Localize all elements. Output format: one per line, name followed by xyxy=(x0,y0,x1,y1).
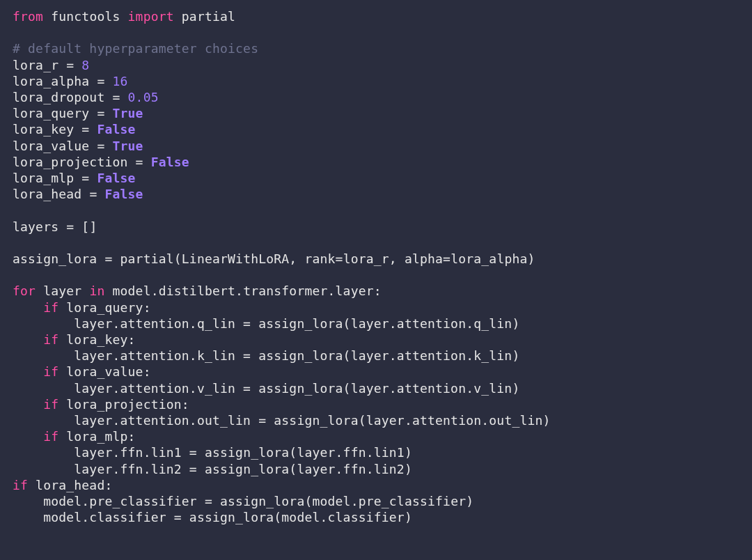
code-token: # default hyperparameter choices xyxy=(13,41,258,56)
code-token: lora_dropout xyxy=(13,90,112,104)
code-token: = xyxy=(174,510,182,524)
code-token: assign_lora(model.classifier) xyxy=(182,510,412,524)
code-token: from xyxy=(13,9,43,24)
code-token: layers xyxy=(13,219,66,234)
code-token: = xyxy=(136,155,143,169)
code-token: layer.attention.k_lin xyxy=(13,348,243,363)
code-token: assign_lora(layer.attention.k_lin) xyxy=(251,348,519,363)
code-token: lora_head: xyxy=(28,478,112,492)
code-token: lora_projection xyxy=(13,155,136,169)
code-token: True xyxy=(113,139,143,153)
code-token: for xyxy=(13,283,36,298)
code-token xyxy=(89,171,97,185)
code-token xyxy=(74,219,81,234)
code-token: lora_head xyxy=(13,187,89,201)
code-token xyxy=(143,155,151,169)
code-token xyxy=(13,332,43,347)
code-token: lora_value xyxy=(13,139,97,153)
code-token xyxy=(89,122,97,137)
code-token: = xyxy=(243,348,251,363)
code-token: if xyxy=(13,478,28,492)
code-token xyxy=(13,364,43,379)
code-token: layer.attention.v_lin xyxy=(13,381,243,396)
code-token: lora_mlp xyxy=(13,171,81,185)
code-token: lora_key: xyxy=(58,332,135,347)
code-token: 0.05 xyxy=(128,90,159,104)
code-token: if xyxy=(43,300,58,315)
code-token: = xyxy=(66,58,74,72)
code-token: assign_lora(layer.ffn.lin2) xyxy=(197,462,412,476)
code-token: = xyxy=(97,139,104,153)
code-token: assign_lora(layer.attention.q_lin) xyxy=(251,316,519,331)
code-token: lora_alpha xyxy=(13,74,97,88)
code-token: assign_lora(layer.ffn.lin1) xyxy=(197,445,412,460)
code-token xyxy=(13,397,43,412)
code-token: in xyxy=(89,283,104,298)
code-block: from functools import partial # default … xyxy=(0,0,752,537)
code-token: = xyxy=(189,462,197,476)
code-token: = xyxy=(336,251,343,266)
code-token: assign_lora(layer.attention.out_lin) xyxy=(266,413,550,428)
code-token: if xyxy=(43,332,58,347)
code-token: = xyxy=(243,316,251,331)
code-token: lora_query xyxy=(13,106,97,120)
code-token: assign_lora xyxy=(13,251,104,266)
code-token: lora_mlp: xyxy=(58,429,135,444)
code-token: layer xyxy=(36,283,89,298)
code-token: = xyxy=(81,171,89,185)
code-token: False xyxy=(97,171,135,185)
code-token: = xyxy=(258,413,266,428)
code-token: assign_lora(model.pre_classifier) xyxy=(212,494,473,508)
code-token: lora_r, alpha xyxy=(343,251,443,266)
code-token: lora_query: xyxy=(58,300,150,315)
code-token: = xyxy=(205,494,212,508)
code-token: partial(LinearWithLoRA, rank xyxy=(113,251,336,266)
code-token: = xyxy=(243,381,251,396)
code-token: model.pre_classifier xyxy=(13,494,205,508)
code-token: = xyxy=(81,122,89,137)
code-token: assign_lora(layer.attention.v_lin) xyxy=(251,381,519,396)
code-token: = xyxy=(66,219,74,234)
code-token: = xyxy=(97,74,104,88)
code-token: = xyxy=(189,445,197,460)
code-token: = xyxy=(443,251,451,266)
code-token: [] xyxy=(81,219,97,234)
code-token: False xyxy=(151,155,189,169)
code-token: = xyxy=(97,106,104,120)
code-token: layer.ffn.lin2 xyxy=(13,462,189,476)
code-token: False xyxy=(97,122,135,137)
code-token xyxy=(104,139,112,153)
code-token: import xyxy=(128,9,174,24)
code-token: = xyxy=(89,187,97,201)
code-token: if xyxy=(43,429,58,444)
code-token: if xyxy=(43,364,58,379)
code-token: True xyxy=(113,106,143,120)
code-token: if xyxy=(43,397,58,412)
code-token: False xyxy=(104,187,143,201)
code-token xyxy=(74,58,81,72)
code-token: lora_projection: xyxy=(58,397,189,412)
code-token xyxy=(13,429,43,444)
code-token xyxy=(104,74,112,88)
code-token: partial xyxy=(174,9,235,24)
code-token xyxy=(97,187,104,201)
code-token: layer.attention.out_lin xyxy=(13,413,258,428)
code-token: lora_alpha) xyxy=(451,251,535,266)
code-token: model.distilbert.transformer.layer: xyxy=(104,283,381,298)
code-token: = xyxy=(104,251,112,266)
code-token: layer.attention.q_lin xyxy=(13,316,243,331)
code-token: = xyxy=(112,90,120,104)
code-token: 8 xyxy=(81,58,89,72)
code-token xyxy=(120,90,128,104)
code-content: from functools import partial # default … xyxy=(13,9,551,524)
code-token: 16 xyxy=(113,74,128,88)
code-token: functools xyxy=(43,9,127,24)
code-token: lora_value: xyxy=(58,364,150,379)
code-token xyxy=(13,300,43,315)
code-token: model.classifier xyxy=(13,510,174,524)
code-token xyxy=(104,106,112,120)
code-token: lora_key xyxy=(13,122,81,137)
code-token: layer.ffn.lin1 xyxy=(13,445,189,460)
code-token: lora_r xyxy=(13,58,66,72)
